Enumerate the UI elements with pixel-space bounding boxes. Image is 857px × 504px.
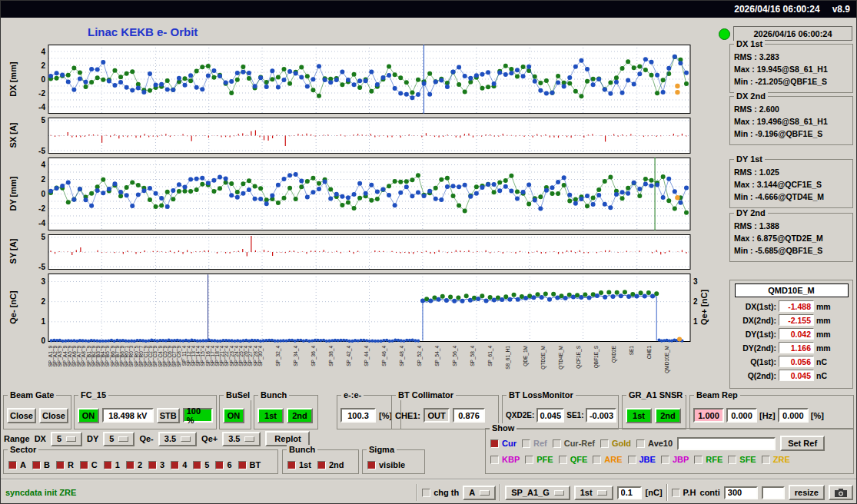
range-qe-minus-menu[interactable]: 3.5 xyxy=(158,432,197,446)
set-ref-button[interactable]: Set Ref xyxy=(780,436,825,451)
resize-button[interactable]: resize xyxy=(789,485,825,500)
svg-text:5: 5 xyxy=(41,116,45,124)
range-dy-value: 5 xyxy=(109,434,114,443)
range-qe-minus-label: Qe- xyxy=(139,434,153,443)
x-axis-label: SP_61_4 xyxy=(488,346,493,366)
show-checkbox-cur[interactable]: Cur xyxy=(490,439,517,448)
page-title: Linac KEKB e- Orbit xyxy=(88,25,198,38)
stat-min: Min : -9.196@QBF1E_S xyxy=(734,128,849,140)
snsr-1st-button[interactable]: 1st xyxy=(626,408,652,423)
beam-gate-close-1-button[interactable]: Close xyxy=(7,408,36,423)
bunch-1st-button[interactable]: 1st xyxy=(257,408,284,423)
bunch-checkbox-2nd[interactable]: 2nd xyxy=(317,460,344,469)
checkbox-icon xyxy=(317,461,326,469)
fc15-on-button[interactable]: ON xyxy=(78,408,99,423)
show-checkbox-kbp[interactable]: KBP xyxy=(490,455,520,464)
show-checkbox-gold[interactable]: Gold xyxy=(600,439,631,448)
snsr-2nd-button[interactable]: 2nd xyxy=(655,408,681,423)
show-checkbox-rfe[interactable]: RFE xyxy=(694,455,722,464)
x-axis-label: QTD2E_M xyxy=(541,346,546,370)
sector-checkbox-4[interactable]: 4 xyxy=(171,460,187,469)
snapshot-button[interactable] xyxy=(829,485,853,500)
group-title: Bunch xyxy=(258,390,289,400)
show-checkbox-zre[interactable]: ZRE xyxy=(762,455,790,464)
bpm-menu[interactable]: SP_A1_G xyxy=(505,486,570,500)
show-checkbox-pfe[interactable]: PFE xyxy=(525,455,553,464)
sector-checkbox-c[interactable]: C xyxy=(80,460,98,469)
sector-checkbox-b[interactable]: B xyxy=(32,460,50,469)
x-axis-label: SP_44_4 xyxy=(364,346,370,366)
stat-box-dx-2nd: DX 2nd RMS : 2.600 Max : 19.496@S8_61_H1… xyxy=(729,96,853,145)
show-checkbox-jbe[interactable]: JBE xyxy=(628,455,656,464)
x-axis-label: SP_52_4 xyxy=(417,346,423,366)
sector-checkbox-a[interactable]: A xyxy=(8,460,26,469)
checkbox-label: 2nd xyxy=(329,460,344,469)
bunch-2nd-button[interactable]: 2nd xyxy=(287,408,313,423)
threshold-unit: [nC] xyxy=(646,488,663,497)
beam-gate-close-2-button[interactable]: Close xyxy=(39,408,68,423)
range-qe-plus-menu[interactable]: 3.5 xyxy=(222,432,261,446)
stat-rms: RMS : 2.600 xyxy=(734,103,849,115)
bunch-checkbox-1st[interactable]: 1st xyxy=(287,460,311,469)
svg-text:0: 0 xyxy=(41,337,45,345)
range-dx-value: 5 xyxy=(57,434,61,443)
bt-collimator-group: BT Collimator CHE1: OUT 0.876 xyxy=(391,395,499,429)
show-checkbox-jbp[interactable]: JBP xyxy=(661,455,689,464)
show-checkbox-curref[interactable]: Cur-Ref xyxy=(553,439,595,448)
sector-menu-value: A xyxy=(469,488,475,497)
sector-checkbox-1[interactable]: 1 xyxy=(104,460,120,469)
dy-plot: 420-2-4 xyxy=(25,158,702,230)
range-dy-menu[interactable]: 5 xyxy=(103,432,135,446)
range-qe-plus-label: Qe+ xyxy=(201,434,218,443)
sector-checkbox-r[interactable]: R xyxy=(56,460,74,469)
che1-state-display: OUT xyxy=(424,408,450,423)
checkbox-label: Cur-Ref xyxy=(564,439,595,448)
range-row: Range DX 5 DY 5 Qe- 3.5 Qe+ 3.5 Replot xyxy=(4,429,310,448)
sx-axis-label: SX [A] xyxy=(8,108,18,162)
show-checkbox-ave10[interactable]: Ave10 xyxy=(636,439,673,448)
app-window: 2026/04/16 06:00:24 v8.9 Linac KEKB e- O… xyxy=(0,0,857,504)
sector-checkbox-bt[interactable]: BT xyxy=(238,460,261,469)
range-qe-plus-value: 3.5 xyxy=(228,434,240,443)
checkbox-label: Ave10 xyxy=(648,439,673,448)
count-input[interactable] xyxy=(724,486,758,499)
sector-checkbox-2[interactable]: 2 xyxy=(126,460,142,469)
svg-text:4: 4 xyxy=(41,48,45,56)
sector-checkbox-3[interactable]: 3 xyxy=(148,460,164,469)
sector-group: Sector ABRC123456BT xyxy=(3,449,278,474)
checkbox-icon xyxy=(553,439,561,448)
threshold-input[interactable] xyxy=(617,486,642,499)
show-checkbox-are[interactable]: ARE xyxy=(593,455,622,464)
checkbox-label: B xyxy=(44,460,50,469)
sector-checkbox-5[interactable]: 5 xyxy=(193,460,209,469)
checkbox-label: R xyxy=(68,460,74,469)
chg-th-checkbox[interactable]: chg th xyxy=(422,488,459,497)
checkbox-icon xyxy=(559,456,567,464)
checkbox-icon xyxy=(8,461,17,469)
group-title: GR_A1 SNSR xyxy=(626,390,685,400)
set-ref-input[interactable] xyxy=(677,437,776,450)
sector-checkbox-6[interactable]: 6 xyxy=(215,460,231,469)
aux-input[interactable] xyxy=(762,486,785,499)
replot-button[interactable]: Replot xyxy=(265,431,310,446)
monitor-label: Q(2nd): xyxy=(733,371,776,380)
range-dx-menu[interactable]: 5 xyxy=(51,432,82,446)
checkbox-icon xyxy=(525,456,533,464)
show-checkbox-sfe[interactable]: SFE xyxy=(728,455,756,464)
monitor-value: 0.056 xyxy=(779,356,814,367)
svg-text:-5: -5 xyxy=(38,147,45,155)
sector-menu[interactable]: A xyxy=(463,486,496,500)
x-axis-label: SP_48_4 xyxy=(400,346,405,366)
stat-max: Max : 19.945@S8_61_H1 xyxy=(734,63,849,75)
bunch-menu[interactable]: 1st xyxy=(574,486,613,500)
fc15-stb-button[interactable]: STB xyxy=(157,408,180,423)
checkbox-label: Gold xyxy=(612,439,631,448)
ph-checkbox[interactable]: P.H xyxy=(672,488,696,497)
show-checkbox-qfe[interactable]: QFE xyxy=(559,455,588,464)
busel-on-button[interactable]: ON xyxy=(223,408,244,423)
beam-rep-pct-unit: [%] xyxy=(811,411,824,420)
svg-text:2: 2 xyxy=(41,61,45,70)
sigma-checkbox-visible[interactable]: visible xyxy=(367,460,405,469)
option-menu-icon xyxy=(480,490,490,496)
show-checkbox-ref[interactable]: Ref xyxy=(522,439,547,448)
